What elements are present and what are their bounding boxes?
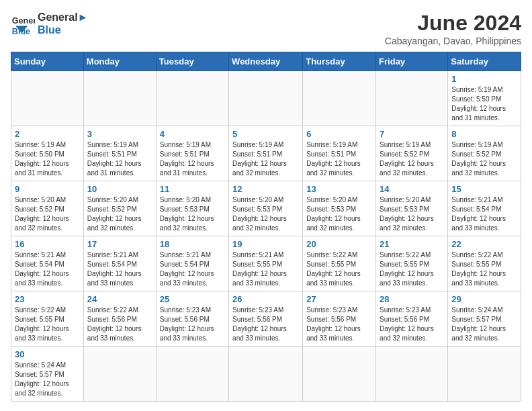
calendar-header-row: Sunday Monday Tuesday Wednesday Thursday… bbox=[11, 52, 521, 71]
day-25: 25 Sunrise: 5:23 AMSunset: 5:56 PMDaylig… bbox=[156, 291, 228, 347]
location-text: Cabayangan, Davao, Philippines bbox=[385, 36, 521, 46]
logo: General Blue General► Blue bbox=[11, 11, 88, 36]
day-30: 30 Sunrise: 5:24 AMSunset: 5:57 PMDaylig… bbox=[11, 347, 84, 402]
empty-cell bbox=[11, 71, 84, 126]
day-5: 5 Sunrise: 5:19 AMSunset: 5:51 PMDayligh… bbox=[229, 126, 303, 181]
empty-cell bbox=[83, 71, 156, 126]
day-14: 14 Sunrise: 5:20 AMSunset: 5:53 PMDaylig… bbox=[376, 181, 448, 236]
day-20: 20 Sunrise: 5:22 AMSunset: 5:55 PMDaylig… bbox=[303, 236, 376, 291]
day-18: 18 Sunrise: 5:21 AMSunset: 5:54 PMDaylig… bbox=[156, 236, 228, 291]
day-29: 29 Sunrise: 5:24 AMSunset: 5:57 PMDaylig… bbox=[448, 291, 521, 347]
calendar-row-1: 1 Sunrise: 5:19 AMSunset: 5:50 PMDayligh… bbox=[11, 71, 521, 126]
day-2: 2 Sunrise: 5:19 AMSunset: 5:50 PMDayligh… bbox=[11, 126, 84, 181]
empty-cell bbox=[156, 71, 228, 126]
calendar-row-6: 30 Sunrise: 5:24 AMSunset: 5:57 PMDaylig… bbox=[11, 347, 521, 402]
header-monday: Monday bbox=[83, 52, 156, 71]
empty-cell bbox=[303, 71, 376, 126]
day-26: 26 Sunrise: 5:23 AMSunset: 5:56 PMDaylig… bbox=[229, 291, 303, 347]
day-23: 23 Sunrise: 5:22 AMSunset: 5:55 PMDaylig… bbox=[11, 291, 84, 347]
day-8: 8 Sunrise: 5:19 AMSunset: 5:52 PMDayligh… bbox=[448, 126, 521, 181]
day-1: 1 Sunrise: 5:19 AMSunset: 5:50 PMDayligh… bbox=[448, 71, 521, 126]
day-11: 11 Sunrise: 5:20 AMSunset: 5:53 PMDaylig… bbox=[156, 181, 228, 236]
header-tuesday: Tuesday bbox=[156, 52, 228, 71]
day-28: 28 Sunrise: 5:23 AMSunset: 5:56 PMDaylig… bbox=[376, 291, 448, 347]
svg-text:Blue: Blue bbox=[12, 27, 30, 36]
empty-cell bbox=[83, 347, 156, 402]
empty-cell bbox=[303, 347, 376, 402]
day-6: 6 Sunrise: 5:19 AMSunset: 5:51 PMDayligh… bbox=[303, 126, 376, 181]
day-24: 24 Sunrise: 5:22 AMSunset: 5:56 PMDaylig… bbox=[83, 291, 156, 347]
svg-text:General: General bbox=[12, 16, 35, 26]
empty-cell bbox=[229, 71, 303, 126]
day-15: 15 Sunrise: 5:21 AMSunset: 5:54 PMDaylig… bbox=[448, 181, 521, 236]
day-17: 17 Sunrise: 5:21 AMSunset: 5:54 PMDaylig… bbox=[83, 236, 156, 291]
header: General Blue General► Blue June 2024 Cab… bbox=[11, 11, 521, 46]
calendar-row-3: 9 Sunrise: 5:20 AMSunset: 5:52 PMDayligh… bbox=[11, 181, 521, 236]
empty-cell bbox=[229, 347, 303, 402]
month-title: June 2024 bbox=[385, 11, 521, 36]
day-10: 10 Sunrise: 5:20 AMSunset: 5:52 PMDaylig… bbox=[83, 181, 156, 236]
empty-cell bbox=[156, 347, 228, 402]
empty-cell bbox=[376, 347, 448, 402]
calendar-row-5: 23 Sunrise: 5:22 AMSunset: 5:55 PMDaylig… bbox=[11, 291, 521, 347]
day-12: 12 Sunrise: 5:20 AMSunset: 5:53 PMDaylig… bbox=[229, 181, 303, 236]
day-22: 22 Sunrise: 5:22 AMSunset: 5:55 PMDaylig… bbox=[448, 236, 521, 291]
calendar-table: Sunday Monday Tuesday Wednesday Thursday… bbox=[11, 52, 521, 402]
header-saturday: Saturday bbox=[448, 52, 521, 71]
empty-cell bbox=[376, 71, 448, 126]
header-wednesday: Wednesday bbox=[229, 52, 303, 71]
logo-icon: General Blue bbox=[11, 11, 35, 36]
header-thursday: Thursday bbox=[303, 52, 376, 71]
calendar-row-4: 16 Sunrise: 5:21 AMSunset: 5:54 PMDaylig… bbox=[11, 236, 521, 291]
day-16: 16 Sunrise: 5:21 AMSunset: 5:54 PMDaylig… bbox=[11, 236, 84, 291]
day-19: 19 Sunrise: 5:21 AMSunset: 5:55 PMDaylig… bbox=[229, 236, 303, 291]
logo-general-text: General► bbox=[38, 11, 88, 24]
day-7: 7 Sunrise: 5:19 AMSunset: 5:52 PMDayligh… bbox=[376, 126, 448, 181]
title-area: June 2024 Cabayangan, Davao, Philippines bbox=[385, 11, 521, 46]
day-27: 27 Sunrise: 5:23 AMSunset: 5:56 PMDaylig… bbox=[303, 291, 376, 347]
logo-blue-text: Blue bbox=[38, 24, 88, 36]
header-friday: Friday bbox=[376, 52, 448, 71]
day-4: 4 Sunrise: 5:19 AMSunset: 5:51 PMDayligh… bbox=[156, 126, 228, 181]
day-3: 3 Sunrise: 5:19 AMSunset: 5:51 PMDayligh… bbox=[83, 126, 156, 181]
empty-cell bbox=[448, 347, 521, 402]
day-9: 9 Sunrise: 5:20 AMSunset: 5:52 PMDayligh… bbox=[11, 181, 84, 236]
page-container: General Blue General► Blue June 2024 Cab… bbox=[11, 11, 521, 402]
day-21: 21 Sunrise: 5:22 AMSunset: 5:55 PMDaylig… bbox=[376, 236, 448, 291]
header-sunday: Sunday bbox=[11, 52, 84, 71]
calendar-row-2: 2 Sunrise: 5:19 AMSunset: 5:50 PMDayligh… bbox=[11, 126, 521, 181]
day-13: 13 Sunrise: 5:20 AMSunset: 5:53 PMDaylig… bbox=[303, 181, 376, 236]
